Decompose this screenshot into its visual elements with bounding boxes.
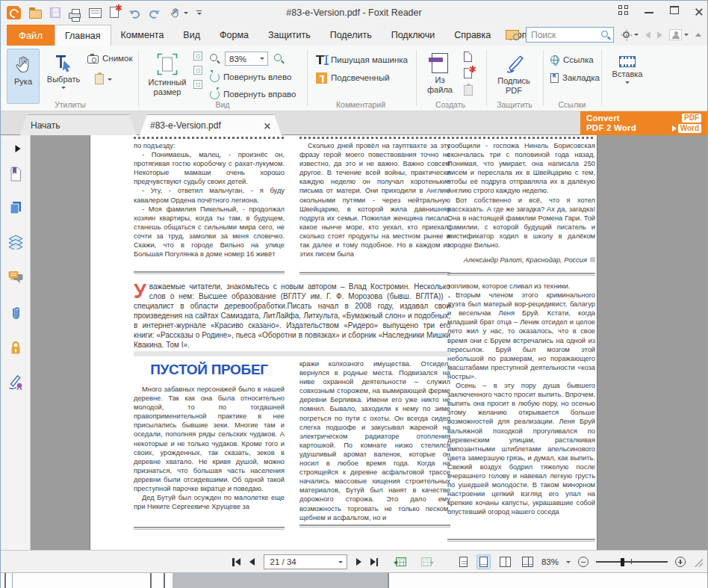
zoom-slider[interactable] bbox=[596, 561, 668, 562]
undo-icon[interactable] bbox=[128, 7, 140, 19]
rotate-left-button[interactable]: Повернуть влево bbox=[210, 70, 291, 84]
layers-panel-icon[interactable] bbox=[8, 235, 23, 253]
clipped-text-line bbox=[299, 137, 450, 139]
print-icon[interactable] bbox=[69, 13, 81, 19]
pen-icon bbox=[503, 53, 525, 74]
continuous-facing-view-button[interactable] bbox=[520, 555, 535, 569]
doc-tab-current[interactable]: #83-e-Version.pdf bbox=[140, 114, 282, 135]
last-page-button[interactable] bbox=[370, 558, 379, 566]
hand-tool-button[interactable]: Рука bbox=[7, 49, 40, 104]
clipboard-button[interactable] bbox=[95, 72, 112, 86]
first-page-button[interactable] bbox=[232, 558, 240, 566]
tab-connect[interactable]: Подключи bbox=[382, 25, 444, 46]
gear-icon bbox=[623, 31, 630, 38]
create-blank-button[interactable] bbox=[464, 68, 472, 78]
fit-width-icon[interactable] bbox=[193, 52, 202, 61]
snapshot-button[interactable]: Снимок bbox=[87, 52, 132, 65]
fit-page-icon[interactable] bbox=[193, 66, 202, 75]
tab-file[interactable]: Файл bbox=[7, 25, 55, 46]
tab-share[interactable]: Поделить bbox=[320, 25, 382, 46]
create-from-clipboard-button[interactable] bbox=[464, 85, 473, 96]
bookmarks-panel-icon[interactable] bbox=[9, 167, 22, 185]
open-file-icon[interactable] bbox=[29, 10, 42, 19]
zoom-in-button[interactable] bbox=[675, 557, 686, 567]
pages-panel-icon[interactable] bbox=[9, 201, 22, 217]
tab-comment[interactable]: Коммента bbox=[111, 25, 174, 46]
zoom-dropdown-caret[interactable] bbox=[566, 561, 571, 563]
continuous-view-button[interactable] bbox=[476, 554, 491, 569]
clipped-text-line bbox=[134, 137, 285, 139]
history-back-icon[interactable] bbox=[645, 31, 650, 39]
group-label-utilities: Утилиты bbox=[7, 100, 134, 109]
previous-view-button[interactable] bbox=[396, 557, 406, 566]
pdf-badge: PDF bbox=[682, 114, 701, 123]
search-folder-icon[interactable] bbox=[506, 30, 519, 40]
email-icon[interactable] bbox=[89, 8, 102, 18]
zoom-level-combo[interactable]: 83% bbox=[225, 52, 268, 66]
history-forward-icon[interactable] bbox=[657, 31, 662, 39]
settings-dropdown[interactable] bbox=[621, 29, 639, 40]
previous-page-button[interactable] bbox=[249, 558, 255, 566]
link-button[interactable]: Ссылка bbox=[550, 53, 594, 66]
create-from-file-button[interactable]: Изфайла bbox=[420, 49, 459, 104]
create-from-scanner-button[interactable] bbox=[464, 52, 472, 62]
title-bar: #83-e-Version.pdf - Foxit Reader bbox=[1, 1, 707, 25]
comments-panel-icon[interactable] bbox=[7, 270, 23, 287]
zoom-out-icon[interactable] bbox=[210, 54, 217, 61]
customize-qat-icon[interactable] bbox=[196, 10, 202, 16]
search-magnifier-icon[interactable] bbox=[601, 31, 608, 37]
rotate-right-button[interactable]: Повернуть вправо bbox=[210, 87, 296, 101]
resize-grip[interactable] bbox=[693, 557, 703, 567]
close-icon[interactable] bbox=[695, 7, 703, 15]
select-tool-button[interactable]: Выбрать bbox=[44, 49, 83, 104]
single-page-view-button[interactable] bbox=[457, 555, 470, 569]
select-text-icon bbox=[55, 53, 72, 72]
rotate-right-icon bbox=[210, 90, 220, 99]
fullscreen-icon[interactable] bbox=[618, 5, 628, 15]
insert-button[interactable]: Вставка bbox=[607, 49, 648, 104]
pdf-page: по подъезду: - Понимаешь, малец, - произ… bbox=[90, 135, 597, 550]
restore-icon[interactable] bbox=[670, 6, 679, 14]
zoom-out-button[interactable] bbox=[578, 557, 589, 567]
tab-home[interactable]: Главная bbox=[55, 25, 111, 46]
account-dropdown[interactable] bbox=[669, 29, 689, 40]
typewriter-button[interactable]: Пишущая машинка bbox=[316, 53, 408, 66]
fit-visible-icon[interactable] bbox=[193, 80, 202, 89]
security-panel-icon[interactable] bbox=[10, 340, 22, 358]
doc-tab-start[interactable]: Начать bbox=[20, 114, 137, 135]
highlight-button[interactable]: Подсвеченный bbox=[316, 71, 390, 84]
article-heading: ПУСТОЙ ПРОБЕГ bbox=[134, 362, 285, 378]
tab-form[interactable]: Форма bbox=[210, 25, 258, 46]
hand-tool-dropdown[interactable] bbox=[170, 7, 188, 19]
page-number-box[interactable]: 21 / 34 bbox=[264, 554, 347, 569]
zoom-slider-thumb[interactable] bbox=[621, 558, 624, 566]
next-view-button[interactable] bbox=[421, 557, 432, 566]
group-label-create: Создать bbox=[416, 100, 485, 109]
bookmark-button[interactable]: Закладка bbox=[550, 71, 600, 84]
convert-pdf-banner[interactable]: Convert PDF 2 Word PDF Word bbox=[580, 111, 707, 135]
clipboard-icon bbox=[95, 74, 104, 84]
actual-size-button[interactable]: Истинный размер bbox=[144, 49, 190, 104]
signature-panel-icon[interactable] bbox=[7, 374, 23, 393]
attachments-panel-icon[interactable] bbox=[10, 306, 22, 324]
tab-protect[interactable]: Защитить bbox=[258, 25, 320, 46]
hand-icon bbox=[13, 54, 33, 75]
zoom-percentage: 83% bbox=[541, 557, 559, 566]
expand-panel-icon[interactable] bbox=[16, 145, 21, 152]
tab-view[interactable]: Вид bbox=[173, 25, 210, 46]
redo-icon[interactable] bbox=[149, 7, 161, 19]
close-tab-icon[interactable] bbox=[264, 123, 270, 129]
document-canvas[interactable]: по подъезду: - Понимаешь, малец, - произ… bbox=[31, 135, 707, 550]
new-document-icon[interactable] bbox=[110, 7, 119, 19]
next-page-button[interactable] bbox=[356, 558, 361, 566]
facing-view-button[interactable] bbox=[497, 555, 513, 569]
zoom-in-icon[interactable] bbox=[274, 54, 282, 61]
collapse-ribbon-icon[interactable] bbox=[695, 33, 701, 37]
sign-pdf-button[interactable]: ПодписьPDF bbox=[491, 49, 537, 104]
minimize-icon[interactable] bbox=[645, 12, 653, 13]
save-icon[interactable] bbox=[50, 7, 60, 18]
tab-help[interactable]: Справка bbox=[444, 25, 500, 46]
column-rule bbox=[299, 272, 450, 275]
foxit-logo-icon[interactable] bbox=[7, 6, 21, 19]
intro-separator-bar bbox=[134, 351, 450, 356]
